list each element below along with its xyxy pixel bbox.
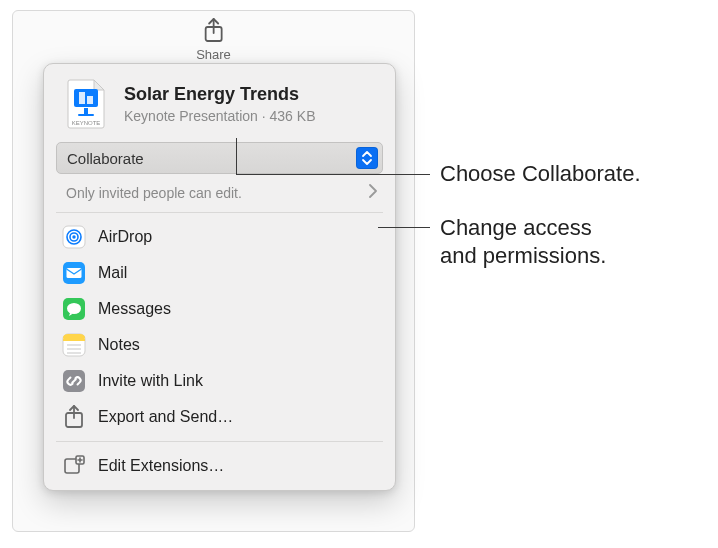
permissions-text: Only invited people can edit.: [66, 185, 242, 201]
share-option-invite-link[interactable]: Invite with Link: [44, 363, 395, 399]
mail-icon: [62, 261, 86, 285]
extensions-icon: [62, 454, 86, 478]
option-label: Notes: [98, 336, 140, 354]
svg-point-10: [72, 235, 75, 238]
callout-leader: [236, 138, 237, 174]
document-thumbnail: KEYNOTE: [60, 78, 112, 130]
svg-rect-3: [87, 96, 93, 104]
svg-rect-5: [78, 114, 94, 116]
separator: [56, 441, 383, 442]
option-label: Edit Extensions…: [98, 457, 224, 475]
option-label: Export and Send…: [98, 408, 233, 426]
share-mode-label: Collaborate: [67, 150, 144, 167]
option-label: Invite with Link: [98, 372, 203, 390]
share-option-messages[interactable]: Messages: [44, 291, 395, 327]
svg-text:KEYNOTE: KEYNOTE: [72, 120, 101, 126]
option-label: Mail: [98, 264, 127, 282]
permissions-row[interactable]: Only invited people can edit.: [56, 180, 383, 213]
updown-arrows-icon: [356, 147, 378, 169]
app-window: Share KEYNOTE Solar Energy Trends: [12, 10, 415, 532]
callout-text-collaborate: Choose Collaborate.: [440, 160, 641, 188]
callout-text-permissions: Change access and permissions.: [440, 214, 606, 269]
export-icon: [62, 405, 86, 429]
svg-rect-17: [63, 339, 85, 341]
share-toolbar-label: Share: [196, 47, 231, 62]
svg-rect-1: [74, 89, 98, 107]
airdrop-icon: [62, 225, 86, 249]
share-option-mail[interactable]: Mail: [44, 255, 395, 291]
document-header: KEYNOTE Solar Energy Trends Keynote Pres…: [44, 78, 395, 142]
svg-point-14: [67, 303, 81, 314]
callout-leader: [236, 174, 430, 175]
link-icon: [62, 369, 86, 393]
share-option-airdrop[interactable]: AirDrop: [44, 219, 395, 255]
document-subtitle: Keynote Presentation · 436 KB: [124, 108, 315, 124]
share-option-edit-extensions[interactable]: Edit Extensions…: [44, 448, 395, 484]
share-options-list: AirDrop Mail: [44, 213, 395, 484]
svg-rect-12: [67, 268, 82, 278]
option-label: Messages: [98, 300, 171, 318]
callout-leader: [378, 227, 430, 228]
share-icon: [196, 17, 231, 45]
svg-rect-4: [84, 108, 88, 114]
chevron-right-icon: [369, 184, 377, 202]
share-popover: KEYNOTE Solar Energy Trends Keynote Pres…: [43, 63, 396, 491]
document-title: Solar Energy Trends: [124, 84, 315, 106]
share-mode-select[interactable]: Collaborate: [56, 142, 383, 174]
share-toolbar-button[interactable]: Share: [196, 17, 231, 62]
messages-icon: [62, 297, 86, 321]
share-option-export-send[interactable]: Export and Send…: [44, 399, 395, 435]
svg-rect-2: [79, 92, 85, 104]
notes-icon: [62, 333, 86, 357]
option-label: AirDrop: [98, 228, 152, 246]
share-option-notes[interactable]: Notes: [44, 327, 395, 363]
